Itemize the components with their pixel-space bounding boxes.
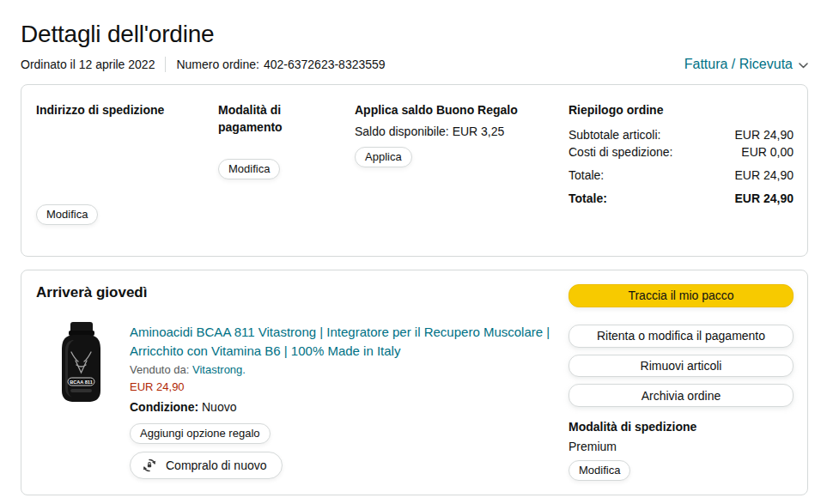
invoice-receipt-label: Fattura / Ricevuta	[684, 57, 793, 72]
shipping-address-section: Indirizzo di spedizione Modifica	[36, 101, 218, 240]
buy-again-label: Compralo di nuovo	[166, 458, 267, 472]
total-value: EUR 24,90	[735, 167, 794, 184]
order-details-page: Dettagli dell'ordine Ordinato il 12 apri…	[0, 0, 827, 495]
edit-payment-button[interactable]: Modifica	[218, 159, 280, 179]
page-title: Dettagli dell'ordine	[21, 0, 808, 49]
remove-items-button[interactable]: Rimuovi articoli	[569, 355, 794, 378]
shipping-method-value: Premium	[569, 440, 794, 453]
product-row: BCAA 811 Aminoacidi BCAA 811 Vitastrong …	[50, 321, 551, 479]
sold-by-line: Venduto da: Vitastrong.	[130, 363, 551, 376]
seller-link[interactable]: Vitastrong.	[192, 363, 246, 376]
grand-total-label: Totale:	[569, 190, 607, 207]
arrival-title: Arriverà giovedì	[36, 284, 551, 301]
apply-gift-balance-button[interactable]: Applica	[355, 147, 412, 167]
sold-by-label: Venduto da:	[130, 363, 189, 376]
order-totals-rows: Subtotale articoli: EUR 24,90 Costi di s…	[569, 126, 794, 207]
invoice-receipt-link[interactable]: Fattura / Ricevuta	[684, 57, 808, 72]
subtotal-row: Subtotale articoli: EUR 24,90	[569, 126, 794, 143]
grand-total-row: Totale: EUR 24,90	[569, 190, 794, 207]
order-number-label: Numero ordine:	[176, 58, 259, 71]
shipping-method-title: Modalità di spedizione	[569, 420, 794, 434]
gift-card-section: Applica saldo Buono Regalo Saldo disponi…	[355, 101, 569, 240]
retry-payment-button[interactable]: Ritenta o modifica il pagamento	[569, 325, 794, 348]
archive-order-button[interactable]: Archivia ordine	[569, 384, 794, 407]
shipping-cost-value: EUR 0,00	[741, 143, 794, 161]
order-number-value: 402-6372623-8323559	[264, 58, 386, 71]
condition-value: Nuovo	[202, 400, 236, 414]
total-row: Totale: EUR 24,90	[569, 167, 794, 184]
shipping-cost-label: Costi di spedizione:	[569, 143, 672, 161]
payment-method-title: Modalità di pagamento	[218, 101, 313, 136]
order-totals-section: Riepilogo ordine Subtotale articoli: EUR…	[569, 101, 794, 240]
order-totals-title: Riepilogo ordine	[569, 101, 794, 118]
svg-text:BCAA 811: BCAA 811	[70, 380, 93, 385]
subtotal-label: Subtotale articoli:	[569, 126, 660, 143]
track-package-button[interactable]: Traccia il mio pacco	[569, 284, 794, 307]
condition-label: Condizione:	[130, 400, 198, 414]
order-meta: Ordinato il 12 aprile 2022 Numero ordine…	[21, 57, 386, 72]
shipping-cost-row: Costi di spedizione: EUR 0,00	[569, 143, 794, 161]
edit-shipping-method-button[interactable]: Modifica	[569, 460, 630, 481]
edit-address-button[interactable]: Modifica	[36, 204, 98, 225]
add-gift-option-button[interactable]: Aggiungi opzione regalo	[130, 423, 271, 444]
chevron-down-icon	[799, 57, 808, 72]
divider	[165, 57, 166, 72]
product-price: EUR 24,90	[130, 380, 551, 393]
order-subheader: Ordinato il 12 aprile 2022 Numero ordine…	[21, 57, 808, 72]
shipment-details: Arriverà giovedì	[36, 284, 569, 481]
payment-method-section: Modalità di pagamento Modifica	[218, 101, 355, 240]
product-condition: Condizione: Nuovo	[130, 400, 551, 414]
shipment-card: Arriverà giovedì	[21, 270, 808, 495]
buy-again-button[interactable]: Compralo di nuovo	[130, 452, 283, 479]
grand-total-value: EUR 24,90	[735, 190, 794, 207]
gift-card-title: Applica saldo Buono Regalo	[355, 101, 518, 118]
subtotal-value: EUR 24,90	[735, 126, 794, 143]
shipping-address-title: Indirizzo di spedizione	[36, 101, 218, 118]
gift-card-balance: Saldo disponibile: EUR 3,25	[355, 124, 504, 138]
shipment-actions: Traccia il mio pacco Ritenta o modifica …	[569, 284, 794, 481]
total-label: Totale:	[569, 167, 604, 184]
order-number: Numero ordine: 402-6372623-8323559	[176, 58, 385, 71]
product-info: Aminoacidi BCAA 811 Vitastrong | Integra…	[130, 321, 551, 479]
product-title-link[interactable]: Aminoacidi BCAA 811 Vitastrong | Integra…	[130, 323, 551, 361]
refresh-icon	[141, 457, 158, 474]
order-summary-card: Indirizzo di spedizione Modifica Modalit…	[21, 84, 808, 257]
product-image[interactable]: BCAA 811	[50, 321, 112, 403]
order-date: Ordinato il 12 aprile 2022	[21, 58, 155, 71]
